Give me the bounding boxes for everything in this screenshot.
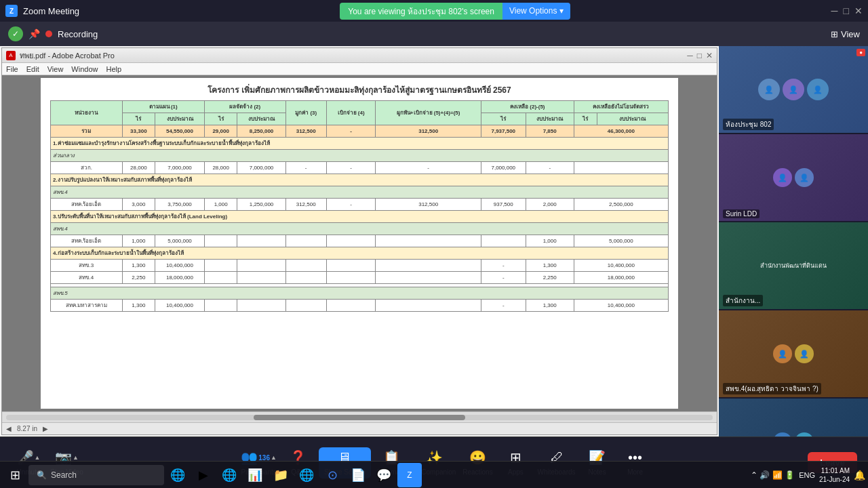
col-remaining: คงเหลือ (2)-(5) [481, 101, 574, 113]
zoom-level: 8.27 in [17, 425, 37, 432]
acrobat-maximize-icon[interactable]: □ [697, 51, 702, 60]
window-controls: ─ □ ✕ [831, 5, 863, 16]
taskbar-icon-line[interactable]: 💬 [372, 463, 396, 487]
col-rem-rai: ไร่ [481, 113, 526, 125]
thumbnail-label: สำนักงาน... [723, 295, 763, 306]
table-row: สทข.4 2,25018,000,000 -2,25018,000,000 [51, 272, 669, 284]
menu-edit[interactable]: Edit [26, 65, 39, 73]
avatar-group: 👤 👤 [768, 339, 819, 369]
taskbar-icon-3[interactable]: 🌐 [217, 463, 241, 487]
view-button[interactable]: ⊞ View [831, 29, 860, 39]
close-icon[interactable]: ✕ [854, 5, 863, 16]
banner-text: You are viewing ห้องประชุม 802's screen [348, 5, 494, 18]
windows-taskbar: ⊞ 🔍 Search 🌐 ▶ 🌐 📊 📁 🌐 ⊙ 📄 💬 Z ⌃ 🔊 📶 🔋 E… [0, 461, 868, 488]
table-row: รวม 33,30054,550,000 29,0008,250,000 312… [51, 125, 669, 138]
table-row: 1.ค่าซ่อมแซมและบำรุงรักษางานโครงสร้างพื้… [51, 138, 669, 150]
thumbnail-room802: 👤 👤 👤 ● ห้องประชุม 802 [719, 46, 868, 134]
acrobat-minimize-icon[interactable]: ─ [687, 51, 693, 60]
col-committed: ผูกพัน+เบิกจ่าย (5)+(4)=(5) [376, 101, 481, 125]
avatar-group: 👤 👤 👤 [753, 73, 834, 106]
acrobat-status-bar: ◀ 8.27 in ▶ [2, 422, 717, 434]
taskbar-icon-chrome[interactable]: ⊙ [320, 463, 344, 487]
avatar-group: 👤 👤 [768, 427, 819, 436]
chevron-up-icon: ▲ [73, 454, 79, 461]
thumbnail-label: สพข.4(ผอ.สุทธิดา วาจจินพา ?) [723, 383, 821, 394]
taskbar-icon-6[interactable]: 🌐 [294, 463, 319, 487]
table-row: สทค.มหาสารคาม 1,30010,400,000 -1,30010,4… [51, 300, 669, 312]
table-row: ส่วนกลาง [51, 150, 669, 162]
pdf-table: หน่วยงาน ตามแผน (1) ผลจัดจ้าง (2) มูกค่า… [50, 100, 669, 312]
col-unit: หน่วยงาน [51, 101, 122, 125]
scroll-track[interactable] [6, 415, 713, 420]
chevron-down-icon: ▾ [559, 6, 564, 16]
acrobat-close-icon[interactable]: ✕ [706, 51, 713, 60]
col-awarded-rai: ไร่ [204, 113, 237, 125]
maximize-icon[interactable]: □ [844, 5, 849, 16]
menu-file[interactable]: File [6, 65, 18, 73]
thumbnail-spw3: 👤 👤 สพข.3 [719, 399, 868, 436]
col-unalloc-rai: ไร่ [574, 113, 597, 125]
acrobat-icon: A [6, 51, 16, 60]
chevron-up-icon: ▲ [35, 454, 41, 461]
title-bar: Z Zoom Meeting You are viewing ห้องประชุ… [0, 0, 868, 22]
taskbar-search[interactable]: 🔍 Search [28, 465, 164, 485]
grid-icon: ⊞ [831, 29, 838, 39]
taskbar-zoom-icon[interactable]: Z [397, 463, 422, 487]
shared-screen-area: A ทพย.pdf - Adobe Acrobat Pro ─ □ ✕ File… [0, 46, 719, 436]
menu-view[interactable]: View [47, 65, 64, 73]
taskbar-icon-4[interactable]: 📊 [243, 463, 267, 487]
col-plan-budget: งบประมาณ [155, 113, 205, 125]
current-time: 11:01 AM [819, 466, 850, 475]
minimize-icon[interactable]: ─ [831, 5, 838, 16]
acrobat-title: ทพย.pdf - Adobe Acrobat Pro [20, 49, 115, 62]
avatar: 👤 [773, 168, 792, 187]
screen-share-banner: You are viewing ห้องประชุม 802's screen [340, 3, 502, 20]
col-awarded-budget: งบประมาณ [237, 113, 285, 125]
app-title: Zoom Meeting [23, 6, 79, 16]
acrobat-menu-bar: File Edit View Window Help [2, 63, 717, 75]
col-value: มูกค่า (3) [285, 101, 326, 125]
recording-label: Recording [58, 29, 98, 39]
avatar: 👤 [773, 344, 792, 363]
col-plan-rai: ไร่ [122, 113, 155, 125]
table-row: สพข.4 [51, 186, 669, 199]
thumbnail-surin: 👤 👤 Surin LDD [719, 134, 868, 222]
view-options-label: View Options [509, 6, 557, 16]
live-badge: ● [856, 49, 865, 56]
security-shield-icon: ✓ [8, 26, 23, 41]
taskbar-icon-1[interactable]: 🌐 [165, 463, 190, 487]
thumbnail-label: ห้องประชุม 802 [723, 119, 774, 130]
time-display: 11:01 AM 21-Jun-24 [819, 466, 850, 484]
cell-unit: รวม [51, 125, 122, 138]
avatar: 👤 [795, 432, 814, 436]
view-options-button[interactable]: View Options ▾ [502, 3, 570, 20]
windows-start-icon[interactable]: ⊞ [3, 463, 27, 487]
taskbar-icon-pdf[interactable]: 📄 [346, 463, 370, 487]
col-awarded: ผลจัดจ้าง (2) [204, 101, 285, 113]
avatar: 👤 [758, 79, 780, 100]
table-row: สทค.ร้อยเอ็ด 3,0003,750,000 1,0001,250,0… [51, 199, 669, 211]
menu-help[interactable]: Help [106, 65, 121, 73]
view-label: View [841, 29, 860, 39]
table-row: สพข.4 [51, 223, 669, 235]
current-date: 21-Jun-24 [819, 475, 850, 484]
acrobat-window: A ทพย.pdf - Adobe Acrobat Pro ─ □ ✕ File… [1, 47, 717, 435]
col-disburse: เบิกจ่าย (4) [326, 101, 376, 125]
thumbnail-label: Surin LDD [723, 209, 760, 218]
zoom-app-icon: Z [5, 5, 18, 17]
table-row: 2.งานปรับรูปแปลงนาให้เหมาะสมกับสภาพพื้นท… [51, 174, 669, 186]
system-tray-icons: ⌃ 🔊 📶 🔋 [751, 470, 795, 480]
avatar: 👤 [795, 344, 814, 363]
taskbar-icon-2[interactable]: ▶ [191, 463, 216, 487]
scroll-thumb[interactable] [254, 415, 466, 420]
main-content: A ทพย.pdf - Adobe Acrobat Pro ─ □ ✕ File… [0, 46, 868, 436]
pdf-page: โครงการ เพิ่มศักยภาพการผลิตข้าวหอมมะลิทุ… [41, 78, 678, 409]
search-icon: 🔍 [37, 470, 47, 480]
acrobat-scrollbar[interactable] [2, 411, 717, 422]
notification-icon[interactable]: 🔔 [854, 470, 865, 481]
taskbar-right: ⌃ 🔊 📶 🔋 ENG 11:01 AM 21-Jun-24 🔔 [751, 466, 865, 484]
menu-window[interactable]: Window [71, 65, 98, 73]
table-row: 4.ก่อสร้างระบบเก็บกักและระบายน้ำในพื้นที… [51, 247, 669, 260]
col-rem-budget: งบประมาณ [526, 113, 574, 125]
taskbar-icon-5[interactable]: 📁 [269, 463, 293, 487]
